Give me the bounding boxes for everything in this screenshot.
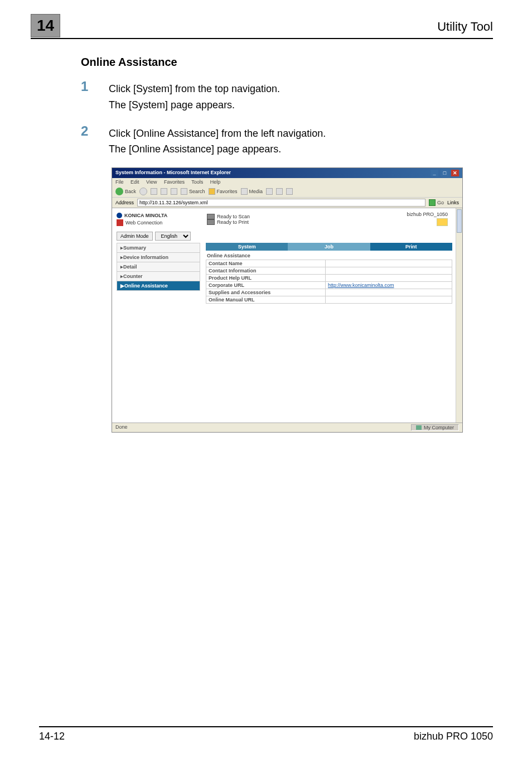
brand-logo: KONICA MINOLTA — [117, 213, 200, 218]
chapter-badge: 14 — [31, 14, 60, 37]
corporate-url-link[interactable]: http://www.konicaminolta.com — [328, 282, 394, 288]
step-text: The [Online Assistance] page appears. — [109, 141, 326, 157]
product-name: bizhub PRO 1050 — [414, 731, 493, 742]
media-button[interactable]: Media — [241, 188, 263, 195]
minimize-icon[interactable]: _ — [431, 170, 438, 176]
back-icon — [115, 188, 123, 195]
media-icon — [241, 188, 248, 195]
nav-counter[interactable]: ▸Counter — [117, 272, 200, 281]
pagescope-icon — [117, 219, 123, 226]
footer-rule — [39, 726, 493, 727]
window-buttons: _ □ ✕ — [429, 170, 459, 176]
row-label: Product Help URL — [206, 275, 326, 282]
security-zone: My Computer — [411, 424, 459, 431]
content-heading: Online Assistance — [207, 253, 452, 258]
device-icon — [437, 218, 448, 226]
close-icon[interactable]: ✕ — [451, 170, 459, 176]
table-row: Contact Information — [206, 267, 452, 275]
back-button[interactable]: Back — [115, 188, 136, 195]
header-title: Utility Tool — [437, 20, 493, 34]
admin-mode-button[interactable]: Admin Mode — [117, 232, 153, 241]
step-body: Click [Online Assistance] from the left … — [109, 123, 326, 158]
screenshot-ie-window: System Information - Microsoft Internet … — [112, 167, 463, 433]
brand-text: KONICA MINOLTA — [124, 213, 167, 218]
scanner-icon — [207, 214, 215, 219]
ie-titlebar: System Information - Microsoft Internet … — [112, 168, 462, 178]
tab-job[interactable]: Job — [288, 243, 370, 251]
row-label: Contact Information — [206, 267, 326, 275]
km-logo-icon — [117, 213, 122, 218]
chapter-number: 14 — [37, 17, 54, 34]
print-icon[interactable] — [286, 188, 293, 195]
computer-icon — [416, 425, 422, 430]
ie-window-title: System Information - Microsoft Internet … — [115, 170, 231, 176]
address-input[interactable] — [137, 199, 425, 207]
language-select[interactable]: English — [155, 232, 191, 241]
star-icon — [209, 188, 215, 195]
row-value: http://www.konicaminolta.com — [325, 282, 452, 289]
step-2: 2 Click [Online Assistance] from the lef… — [81, 123, 493, 158]
row-label: Online Manual URL — [206, 296, 326, 304]
search-icon — [181, 188, 187, 195]
row-label: Corporate URL — [206, 282, 326, 289]
table-row: Product Help URL — [206, 275, 452, 282]
ie-statusbar: Done My Computer — [112, 423, 462, 432]
row-value — [325, 267, 452, 275]
step-body: Click [System] from the top navigation. … — [109, 79, 280, 113]
nav-summary[interactable]: ▸Summary — [117, 243, 200, 253]
ie-toolbar: Back Search Favorites Media — [112, 186, 462, 198]
go-button[interactable]: Go — [429, 199, 444, 206]
address-label: Address — [115, 200, 134, 205]
maximize-icon[interactable]: □ — [441, 170, 448, 176]
links-label: Links — [447, 200, 459, 205]
step-1: 1 Click [System] from the top navigation… — [81, 79, 493, 113]
refresh-icon[interactable] — [161, 188, 167, 195]
scrollbar[interactable] — [456, 208, 462, 423]
step-text: The [System] page appears. — [109, 97, 280, 113]
step-number: 1 — [81, 79, 109, 113]
nav-detail[interactable]: ▸Detail — [117, 262, 200, 272]
subheading: Online Assistance — [81, 56, 493, 69]
ie-addressbar: Address Go Links — [112, 198, 462, 208]
top-tabs: System Job Print — [206, 243, 452, 251]
mail-icon[interactable] — [276, 188, 283, 195]
status-print: Ready to Print — [207, 219, 400, 225]
menu-favorites[interactable]: Favorites — [164, 179, 185, 185]
table-row: Contact Name — [206, 260, 452, 267]
forward-icon[interactable] — [139, 188, 147, 195]
tab-system[interactable]: System — [206, 243, 288, 251]
step-number: 2 — [81, 123, 109, 158]
home-icon[interactable] — [171, 188, 177, 195]
favorites-button[interactable]: Favorites — [209, 188, 238, 195]
step-text: Click [Online Assistance] from the left … — [109, 126, 326, 142]
table-row: Online Manual URL — [206, 296, 452, 304]
ie-menubar: File Edit View Favorites Tools Help — [112, 178, 462, 186]
row-value — [325, 275, 452, 282]
search-button[interactable]: Search — [181, 188, 205, 195]
row-label: Contact Name — [206, 260, 326, 267]
menu-file[interactable]: File — [115, 179, 124, 185]
history-icon[interactable] — [266, 188, 273, 195]
menu-view[interactable]: View — [146, 179, 157, 185]
web-connection-label: Web Connection — [117, 219, 200, 226]
nav-online-assistance[interactable]: ▶Online Assistance — [117, 281, 200, 291]
menu-tools[interactable]: Tools — [191, 179, 203, 185]
header-rule — [31, 38, 493, 39]
stop-icon[interactable] — [151, 188, 157, 195]
page-content: KONICA MINOLTA Web Connection Ready to S… — [112, 208, 462, 423]
nav-device-information[interactable]: ▸Device Information — [117, 253, 200, 262]
tab-print[interactable]: Print — [370, 243, 452, 251]
row-label: Supplies and Accessories — [206, 289, 326, 296]
menu-edit[interactable]: Edit — [130, 179, 139, 185]
status-scan: Ready to Scan — [207, 214, 400, 219]
table-row: Corporate URLhttp://www.konicaminolta.co… — [206, 282, 452, 289]
status-text: Done — [115, 424, 128, 431]
row-value — [325, 289, 452, 296]
row-value — [325, 260, 452, 267]
menu-help[interactable]: Help — [210, 179, 221, 185]
online-assistance-table: Contact Name Contact Information Product… — [206, 260, 452, 304]
table-row: Supplies and Accessories — [206, 289, 452, 296]
go-icon — [429, 199, 436, 206]
printer-icon — [207, 219, 215, 225]
model-name: bizhub PRO_1050 — [407, 212, 448, 217]
